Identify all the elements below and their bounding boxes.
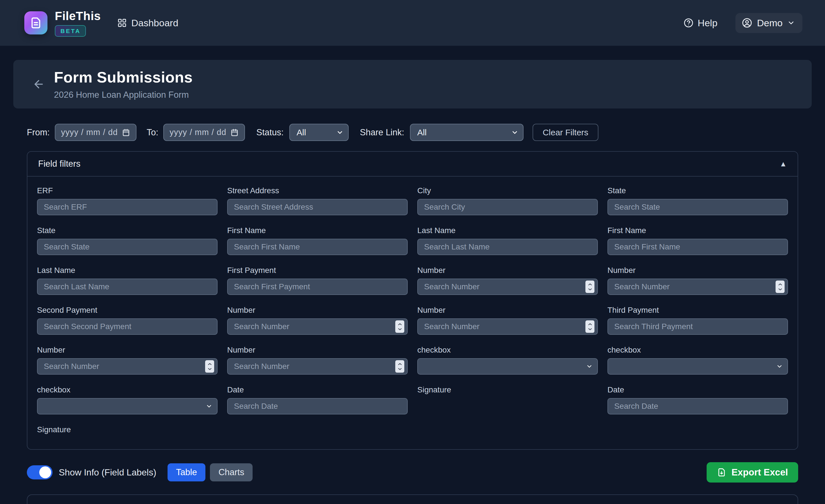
field-filter-input[interactable] xyxy=(607,239,788,255)
user-circle-icon xyxy=(742,17,752,28)
field-filter-input[interactable] xyxy=(227,358,408,375)
field-filter-input[interactable] xyxy=(37,239,218,255)
file-document-icon xyxy=(29,16,43,29)
field-filter-input[interactable] xyxy=(227,398,408,415)
field-filter-label: First Payment xyxy=(227,266,408,275)
field-filter-input[interactable] xyxy=(227,239,408,255)
field-filter-label: State xyxy=(37,226,218,235)
page-subtitle: 2026 Home Loan Application Form xyxy=(54,90,193,100)
number-spinner[interactable] xyxy=(395,360,404,373)
field-filter-input[interactable] xyxy=(607,398,788,415)
collapse-triangle-icon[interactable]: ▲ xyxy=(779,160,787,167)
field-filter-label: ERF xyxy=(37,186,218,195)
field-filter-label: Last Name xyxy=(417,226,598,235)
help-label: Help xyxy=(697,17,717,28)
help-button[interactable]: Help xyxy=(683,17,717,28)
show-info-toggle[interactable] xyxy=(27,465,53,480)
arrow-left-icon xyxy=(32,78,45,90)
to-label: To: xyxy=(147,127,158,138)
field-filter-cell: First Payment xyxy=(227,266,408,295)
chevron-down-icon xyxy=(336,129,344,136)
field-filter-input[interactable] xyxy=(227,279,408,295)
field-filter-input[interactable] xyxy=(417,239,598,255)
field-filter-label: Number xyxy=(417,306,598,315)
user-menu[interactable]: Demo xyxy=(736,13,802,33)
field-filter-input[interactable] xyxy=(607,318,788,335)
share-link-select[interactable]: All xyxy=(410,124,524,141)
number-spinner[interactable] xyxy=(205,360,214,373)
chevron-down-icon xyxy=(511,129,518,136)
share-link-value: All xyxy=(417,128,427,137)
calendar-icon xyxy=(230,128,239,137)
nav-dashboard[interactable]: Dashboard xyxy=(117,17,178,28)
field-filter-select[interactable] xyxy=(607,358,788,375)
share-link-label: Share Link: xyxy=(360,127,404,138)
field-filter-input[interactable] xyxy=(607,199,788,215)
field-filter-input[interactable] xyxy=(37,318,218,335)
filter-bar: From: yyyy / mm / dd To: yyyy / mm / dd … xyxy=(27,124,798,141)
field-filter-input[interactable] xyxy=(37,358,218,375)
field-filter-input[interactable] xyxy=(607,279,788,295)
field-filter-label: checkbox xyxy=(37,385,218,394)
number-spinner[interactable] xyxy=(585,320,594,333)
field-filter-label: Number xyxy=(227,346,408,355)
brand-block: FileThis BETA xyxy=(55,9,101,37)
field-filter-label: Date xyxy=(607,385,788,394)
field-filter-cell: State xyxy=(607,186,788,215)
field-filters-title: Field filters xyxy=(38,159,80,169)
field-filter-label: First Name xyxy=(227,226,408,235)
calendar-icon xyxy=(122,128,130,137)
export-excel-button[interactable]: Export Excel xyxy=(706,462,798,483)
to-date-input[interactable]: yyyy / mm / dd xyxy=(163,124,245,141)
number-spinner[interactable] xyxy=(395,320,404,333)
field-filter-cell: Number xyxy=(227,306,408,335)
field-filter-label: Last Name xyxy=(37,266,218,275)
field-filter-cell: Number xyxy=(227,346,408,375)
field-filter-cell: First Name xyxy=(227,226,408,255)
page-title: Form Submissions xyxy=(54,68,193,86)
number-spinner[interactable] xyxy=(585,281,594,293)
number-spinner[interactable] xyxy=(775,281,784,293)
field-filters-header[interactable]: Field filters ▲ xyxy=(27,152,798,176)
clear-filters-button[interactable]: Clear Filters xyxy=(533,124,599,141)
status-select[interactable]: All xyxy=(289,124,349,141)
from-label: From: xyxy=(27,127,50,138)
field-filter-label: State xyxy=(607,186,788,195)
field-filter-input[interactable] xyxy=(417,279,598,295)
field-filter-cell: Third Payment xyxy=(607,306,788,335)
table-view-button[interactable]: Table xyxy=(167,463,205,482)
field-filter-cell: Signature xyxy=(37,425,218,438)
beta-badge: BETA xyxy=(55,25,86,37)
field-filter-cell: First Name xyxy=(607,226,788,255)
show-info-label: Show Info (Field Labels) xyxy=(59,467,156,478)
file-download-icon xyxy=(717,467,727,477)
back-button[interactable] xyxy=(30,76,47,93)
field-filter-input[interactable] xyxy=(417,318,598,335)
field-filter-input[interactable] xyxy=(227,199,408,215)
from-date-input[interactable]: yyyy / mm / dd xyxy=(55,124,137,141)
field-filter-input[interactable] xyxy=(227,318,408,335)
field-filter-cell: checkbox xyxy=(607,346,788,375)
page-header-card: Form Submissions 2026 Home Loan Applicat… xyxy=(13,60,812,109)
field-filter-input[interactable] xyxy=(37,199,218,215)
app-logo xyxy=(24,11,48,34)
field-filter-label: City xyxy=(417,186,598,195)
field-filter-label: Second Payment xyxy=(37,306,218,315)
field-filter-label: Number xyxy=(417,266,598,275)
to-date-placeholder: yyyy / mm / dd xyxy=(169,128,226,137)
field-filter-input[interactable] xyxy=(417,199,598,215)
brand-name: FileThis xyxy=(55,9,101,23)
chevron-down-icon xyxy=(586,363,593,370)
toggle-knob xyxy=(39,466,51,478)
charts-view-button[interactable]: Charts xyxy=(210,463,252,482)
field-filter-input[interactable] xyxy=(37,279,218,295)
field-filter-cell: State xyxy=(37,226,218,255)
field-filter-cell: Number xyxy=(607,266,788,295)
status-label: Status: xyxy=(256,127,284,138)
field-filter-select[interactable] xyxy=(417,358,598,375)
chevron-down-icon xyxy=(787,19,795,27)
field-filter-select[interactable] xyxy=(37,398,218,415)
table-header-row: SUBMITTEDSHARESTREETFIRSTLASTFIRSTLASTFI… xyxy=(27,495,798,504)
field-filter-cell: Last Name xyxy=(417,226,598,255)
field-filter-label: checkbox xyxy=(417,346,598,355)
